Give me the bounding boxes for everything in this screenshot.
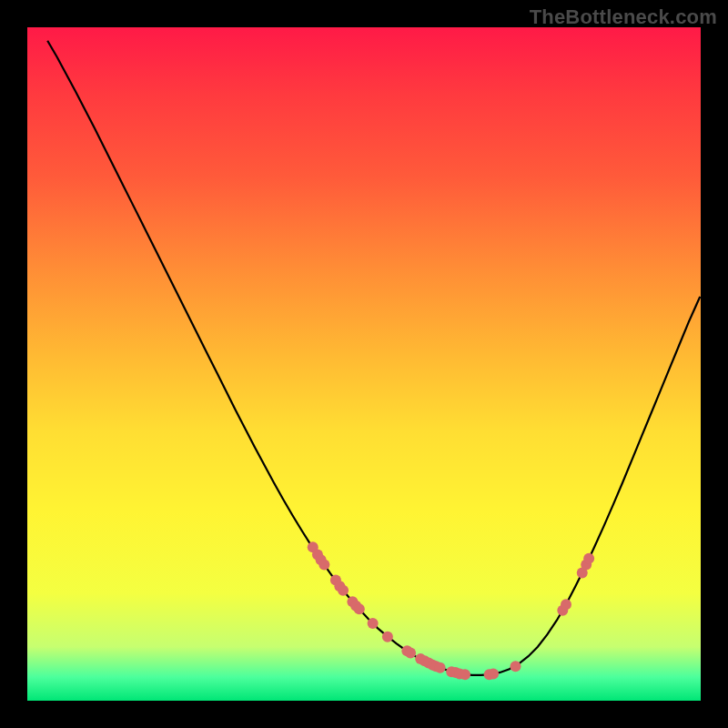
chart-plot <box>27 27 701 701</box>
chart-point <box>338 585 349 596</box>
chart-frame <box>27 27 701 701</box>
chart-point <box>318 560 329 571</box>
chart-point <box>511 661 521 672</box>
chart-point <box>382 632 393 642</box>
watermark: TheBottleneck.com <box>530 5 717 29</box>
chart-point <box>460 669 470 680</box>
chart-point <box>488 668 499 679</box>
chart-point <box>435 662 446 673</box>
chart-points <box>308 541 594 680</box>
chart-point <box>368 618 379 629</box>
chart-point <box>561 599 571 610</box>
chart-curve <box>47 41 700 675</box>
chart-point <box>405 647 416 658</box>
chart-point <box>583 553 594 564</box>
chart-point <box>354 603 365 614</box>
